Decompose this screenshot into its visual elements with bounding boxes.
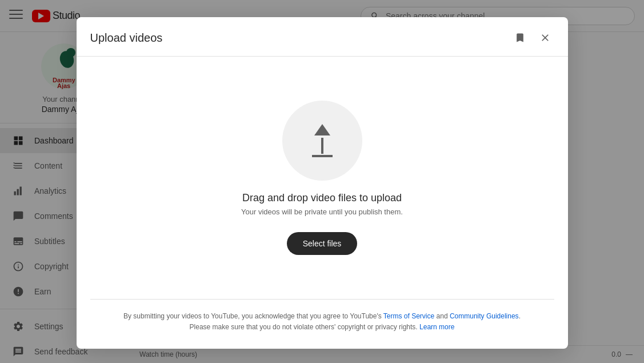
footer-line-2: Please make sure that you do not violate… bbox=[90, 322, 554, 333]
select-files-button[interactable]: Select files bbox=[287, 232, 358, 255]
modal-header-actions bbox=[511, 29, 554, 47]
modal-header: Upload videos bbox=[77, 17, 568, 57]
footer-between: and bbox=[434, 312, 450, 320]
upload-text-section: Drag and drop video files to upload Your… bbox=[241, 192, 403, 216]
arrow-base bbox=[312, 155, 333, 157]
footer-line-1: By submitting your videos to YouTube, yo… bbox=[90, 311, 554, 322]
modal-footer: By submitting your videos to YouTube, yo… bbox=[77, 300, 568, 349]
modal-title: Upload videos bbox=[90, 31, 163, 45]
bookmark-icon bbox=[514, 32, 526, 43]
footer-after: . bbox=[519, 312, 521, 320]
upload-modal: Upload videos bbox=[77, 17, 568, 349]
drag-drop-text: Drag and drop video files to upload bbox=[241, 192, 403, 204]
modal-overlay: Upload videos bbox=[0, 0, 644, 363]
modal-bookmark-button[interactable] bbox=[511, 29, 529, 47]
upload-arrow-icon bbox=[312, 124, 333, 157]
modal-close-button[interactable] bbox=[536, 29, 554, 47]
terms-of-service-link[interactable]: Terms of Service bbox=[383, 312, 434, 320]
arrow-head bbox=[314, 124, 330, 135]
private-note: Your videos will be private until you pu… bbox=[241, 208, 403, 216]
modal-body: Drag and drop video files to upload Your… bbox=[77, 57, 568, 299]
community-guidelines-link[interactable]: Community Guidelines bbox=[450, 312, 519, 320]
learn-more-link[interactable]: Learn more bbox=[419, 323, 454, 331]
close-icon bbox=[539, 32, 551, 43]
upload-circle bbox=[282, 101, 362, 181]
arrow-body bbox=[321, 138, 323, 154]
footer-line2-text: Please make sure that you do not violate… bbox=[190, 323, 418, 331]
footer-before-tos: By submitting your videos to YouTube, yo… bbox=[123, 312, 383, 320]
